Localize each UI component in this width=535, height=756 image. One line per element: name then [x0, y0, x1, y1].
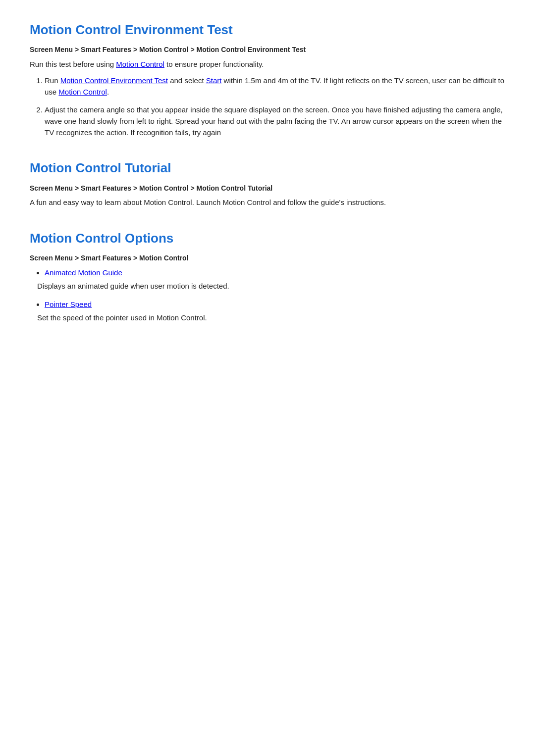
breadcrumb2-motion-control[interactable]: Motion Control	[139, 184, 189, 192]
breadcrumb-sep2: >	[131, 46, 139, 53]
breadcrumb2-smart-features[interactable]: Smart Features	[81, 184, 131, 192]
step1-before: Run	[45, 76, 60, 85]
pointer-speed-description: Set the speed of the pointer used in Mot…	[37, 312, 505, 323]
section-environment-test: Motion Control Environment Test Screen M…	[30, 20, 505, 138]
breadcrumb3-sep2: >	[131, 254, 139, 262]
animated-motion-guide-link[interactable]: Animated Motion Guide	[45, 268, 122, 277]
breadcrumb2-sep2: >	[131, 184, 139, 192]
section1-title: Motion Control Environment Test	[30, 20, 505, 40]
step1-motion-control-link[interactable]: Motion Control	[58, 88, 107, 96]
section-tutorial: Motion Control Tutorial Screen Menu > Sm…	[30, 158, 505, 208]
breadcrumb-motion-control[interactable]: Motion Control	[139, 46, 189, 53]
section-options: Motion Control Options Screen Menu > Sma…	[30, 228, 505, 324]
list-item-animated-guide: Animated Motion Guide Displays an animat…	[45, 267, 505, 292]
section1-steps: Run Motion Control Environment Test and …	[45, 75, 505, 138]
section3-breadcrumb: Screen Menu > Smart Features > Motion Co…	[30, 253, 505, 264]
breadcrumb2-sep3: >	[189, 184, 197, 192]
pointer-speed-link[interactable]: Pointer Speed	[45, 300, 92, 308]
breadcrumb-sep3: >	[189, 46, 197, 53]
breadcrumb-sep1: >	[73, 46, 81, 53]
breadcrumb-smart-features[interactable]: Smart Features	[81, 46, 131, 53]
section3-items: Animated Motion Guide Displays an animat…	[45, 267, 505, 324]
breadcrumb2-tutorial[interactable]: Motion Control Tutorial	[197, 184, 273, 192]
breadcrumb3-smart-features[interactable]: Smart Features	[81, 254, 131, 262]
step1-env-test-link[interactable]: Motion Control Environment Test	[60, 76, 168, 85]
section2-body: A fun and easy way to learn about Motion…	[30, 197, 505, 208]
step1-start-link[interactable]: Start	[206, 76, 222, 85]
list-item-pointer-speed: Pointer Speed Set the speed of the point…	[45, 299, 505, 324]
step1-end: .	[107, 88, 109, 96]
section2-title: Motion Control Tutorial	[30, 158, 505, 178]
breadcrumb3-label1: Screen Menu	[30, 254, 73, 262]
section1-breadcrumb: Screen Menu > Smart Features > Motion Co…	[30, 45, 505, 55]
breadcrumb2-label1: Screen Menu	[30, 184, 73, 192]
animated-guide-description: Displays an animated guide when user mot…	[37, 280, 505, 292]
section1-intro: Run this test before using Motion Contro…	[30, 58, 505, 70]
breadcrumb-env-test[interactable]: Motion Control Environment Test	[197, 46, 306, 53]
intro-motion-control-link[interactable]: Motion Control	[116, 60, 164, 68]
step-2: Adjust the camera angle so that you appe…	[45, 104, 505, 139]
step1-middle: and select	[168, 76, 206, 85]
intro-after: to ensure proper functionality.	[164, 60, 264, 68]
breadcrumb3-motion-control[interactable]: Motion Control	[139, 254, 189, 262]
breadcrumb-label1: Screen Menu	[30, 46, 73, 53]
breadcrumb3-sep1: >	[73, 254, 81, 262]
step-1: Run Motion Control Environment Test and …	[45, 75, 505, 98]
section2-breadcrumb: Screen Menu > Smart Features > Motion Co…	[30, 183, 505, 194]
intro-before: Run this test before using	[30, 60, 116, 68]
section3-title: Motion Control Options	[30, 228, 505, 248]
breadcrumb2-sep1: >	[73, 184, 81, 192]
